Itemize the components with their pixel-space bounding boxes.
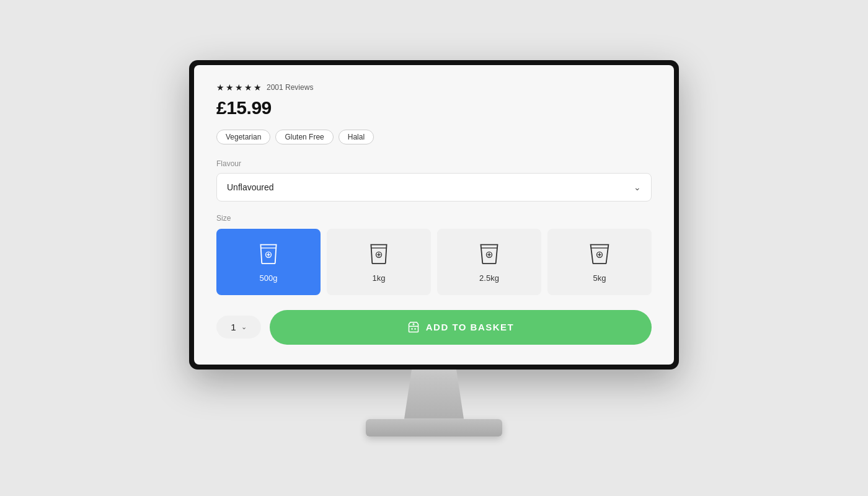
star-5: ★ xyxy=(254,82,262,92)
size-label: Size xyxy=(216,214,652,223)
size-label-1kg: 1kg xyxy=(373,273,386,283)
star-2: ★ xyxy=(226,82,234,92)
svg-point-18 xyxy=(414,328,416,330)
stars-row: ★ ★ ★ ★ ★ 2001 Reviews xyxy=(216,82,652,92)
product-price: £15.99 xyxy=(216,97,652,118)
cup-icon-500g xyxy=(257,241,280,268)
size-option-2.5kg[interactable]: 2.5kg xyxy=(437,229,541,295)
size-options: 500g xyxy=(216,229,652,295)
monitor-screen: ★ ★ ★ ★ ★ 2001 Reviews £15.99 Vegetarian… xyxy=(189,60,679,370)
monitor-wrapper: ★ ★ ★ ★ ★ 2001 Reviews £15.99 Vegetarian… xyxy=(189,60,679,436)
chevron-down-icon: ⌄ xyxy=(634,182,641,192)
cup-icon-1kg xyxy=(368,241,390,268)
product-page: ★ ★ ★ ★ ★ 2001 Reviews £15.99 Vegetarian… xyxy=(194,65,674,365)
tag-halal: Halal xyxy=(339,130,374,144)
flavour-section: Flavour Unflavoured ⌄ xyxy=(216,159,652,202)
flavour-value: Unflavoured xyxy=(227,182,274,192)
size-option-1kg[interactable]: 1kg xyxy=(327,229,431,295)
bottom-row: 1 ⌄ ADD TO BASKET xyxy=(216,310,652,345)
size-option-500g[interactable]: 500g xyxy=(216,229,321,295)
review-count: 2001 Reviews xyxy=(267,83,313,92)
quantity-selector[interactable]: 1 ⌄ xyxy=(216,316,261,339)
product-tags: Vegetarian Gluten Free Halal xyxy=(216,130,652,144)
star-rating: ★ ★ ★ ★ ★ xyxy=(216,82,262,92)
screen-inner: ★ ★ ★ ★ ★ 2001 Reviews £15.99 Vegetarian… xyxy=(194,65,674,365)
add-to-basket-label: ADD TO BASKET xyxy=(426,322,515,332)
size-section: Size xyxy=(216,214,652,295)
monitor-base xyxy=(366,419,502,436)
size-label-500g: 500g xyxy=(260,273,278,283)
cup-icon-5kg xyxy=(588,241,611,268)
tag-vegetarian: Vegetarian xyxy=(216,130,270,144)
star-4: ★ xyxy=(244,82,252,92)
monitor-neck xyxy=(397,370,471,419)
size-label-2.5kg: 2.5kg xyxy=(479,273,499,283)
add-to-basket-button[interactable]: ADD TO BASKET xyxy=(270,310,652,345)
cup-icon-2.5kg xyxy=(478,241,500,268)
quantity-value: 1 xyxy=(231,322,236,332)
basket-icon xyxy=(407,321,420,334)
star-1: ★ xyxy=(216,82,224,92)
size-label-5kg: 5kg xyxy=(593,273,606,283)
star-3: ★ xyxy=(235,82,243,92)
tag-gluten-free: Gluten Free xyxy=(275,130,333,144)
flavour-dropdown[interactable]: Unflavoured ⌄ xyxy=(216,173,652,202)
flavour-label: Flavour xyxy=(216,159,652,168)
size-option-5kg[interactable]: 5kg xyxy=(547,229,652,295)
quantity-chevron-icon: ⌄ xyxy=(241,323,247,331)
svg-point-17 xyxy=(411,328,413,330)
